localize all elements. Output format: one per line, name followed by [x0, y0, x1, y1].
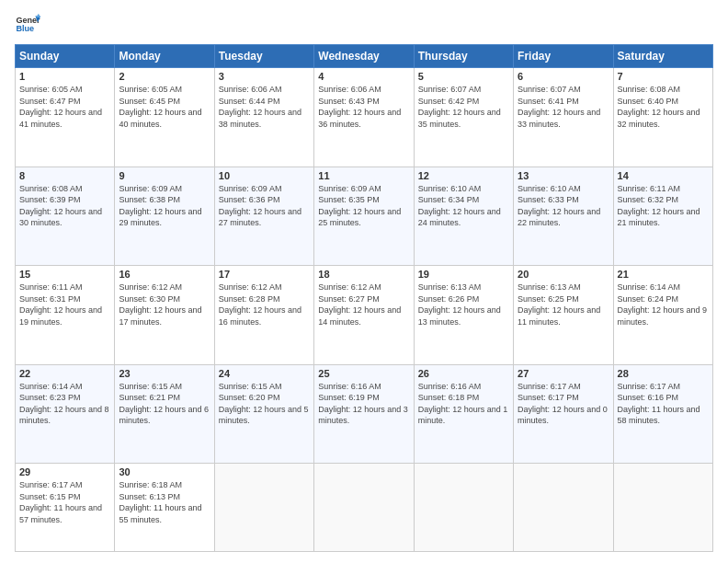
table-cell: 11Sunrise: 6:09 AMSunset: 6:35 PMDayligh…: [314, 167, 414, 266]
table-cell: 16Sunrise: 6:12 AMSunset: 6:30 PMDayligh…: [115, 266, 214, 365]
day-number: 6: [518, 71, 609, 82]
col-saturday: Saturday: [613, 45, 712, 68]
day-info: Sunrise: 6:15 AMSunset: 6:21 PMDaylight:…: [119, 381, 210, 427]
day-info: Sunrise: 6:06 AMSunset: 6:43 PMDaylight:…: [318, 84, 409, 130]
day-info: Sunrise: 6:14 AMSunset: 6:24 PMDaylight:…: [618, 282, 709, 327]
day-info: Sunrise: 6:07 AMSunset: 6:42 PMDaylight:…: [418, 84, 509, 130]
table-cell: 22Sunrise: 6:14 AMSunset: 6:23 PMDayligh…: [16, 364, 115, 464]
page: General Blue Sunday Monday Tuesday Wedne…: [0, 0, 728, 563]
day-number: 2: [119, 71, 210, 82]
day-number: 30: [119, 466, 210, 477]
day-number: 28: [618, 368, 709, 379]
day-number: 3: [219, 71, 310, 82]
table-cell: 9Sunrise: 6:09 AMSunset: 6:38 PMDaylight…: [115, 167, 214, 266]
day-info: Sunrise: 6:16 AMSunset: 6:19 PMDaylight:…: [318, 381, 409, 427]
day-info: Sunrise: 6:09 AMSunset: 6:38 PMDaylight:…: [119, 183, 210, 229]
day-number: 20: [518, 269, 609, 280]
day-info: Sunrise: 6:10 AMSunset: 6:34 PMDaylight:…: [418, 183, 509, 229]
table-cell: 4Sunrise: 6:06 AMSunset: 6:43 PMDaylight…: [314, 68, 414, 167]
day-info: Sunrise: 6:07 AMSunset: 6:41 PMDaylight:…: [518, 84, 609, 130]
day-number: 24: [219, 368, 310, 379]
day-info: Sunrise: 6:08 AMSunset: 6:40 PMDaylight:…: [618, 84, 709, 130]
table-cell: [314, 464, 414, 552]
calendar-header-row: Sunday Monday Tuesday Wednesday Thursday…: [16, 45, 713, 68]
table-cell: 27Sunrise: 6:17 AMSunset: 6:17 PMDayligh…: [514, 364, 613, 464]
table-cell: [613, 464, 712, 552]
table-cell: 8Sunrise: 6:08 AMSunset: 6:39 PMDaylight…: [16, 167, 115, 266]
day-info: Sunrise: 6:12 AMSunset: 6:27 PMDaylight:…: [318, 282, 409, 327]
table-cell: 30Sunrise: 6:18 AMSunset: 6:13 PMDayligh…: [115, 464, 214, 552]
day-number: 4: [318, 71, 409, 82]
col-wednesday: Wednesday: [314, 45, 414, 68]
day-number: 11: [318, 170, 409, 181]
calendar-table: Sunday Monday Tuesday Wednesday Thursday…: [15, 44, 713, 552]
day-number: 29: [19, 466, 110, 477]
day-number: 14: [618, 170, 709, 181]
table-cell: 13Sunrise: 6:10 AMSunset: 6:33 PMDayligh…: [514, 167, 613, 266]
logo-icon: General Blue: [15, 11, 40, 37]
day-info: Sunrise: 6:18 AMSunset: 6:13 PMDaylight:…: [119, 479, 210, 525]
day-info: Sunrise: 6:10 AMSunset: 6:33 PMDaylight:…: [518, 183, 609, 229]
day-number: 16: [119, 269, 210, 280]
day-number: 25: [318, 368, 409, 379]
day-info: Sunrise: 6:09 AMSunset: 6:35 PMDaylight:…: [318, 183, 409, 229]
day-info: Sunrise: 6:17 AMSunset: 6:17 PMDaylight:…: [518, 381, 609, 427]
day-number: 8: [19, 170, 110, 181]
table-cell: 23Sunrise: 6:15 AMSunset: 6:21 PMDayligh…: [115, 364, 214, 464]
table-cell: 25Sunrise: 6:16 AMSunset: 6:19 PMDayligh…: [314, 364, 414, 464]
day-number: 19: [418, 269, 509, 280]
table-cell: [414, 464, 513, 552]
day-number: 1: [19, 71, 110, 82]
day-info: Sunrise: 6:12 AMSunset: 6:28 PMDaylight:…: [219, 282, 310, 327]
day-number: 22: [19, 368, 110, 379]
table-cell: 7Sunrise: 6:08 AMSunset: 6:40 PMDaylight…: [613, 68, 712, 167]
day-info: Sunrise: 6:16 AMSunset: 6:18 PMDaylight:…: [418, 381, 509, 427]
table-cell: 10Sunrise: 6:09 AMSunset: 6:36 PMDayligh…: [214, 167, 313, 266]
day-number: 23: [119, 368, 210, 379]
table-cell: 28Sunrise: 6:17 AMSunset: 6:16 PMDayligh…: [613, 364, 712, 464]
day-info: Sunrise: 6:15 AMSunset: 6:20 PMDaylight:…: [219, 381, 310, 427]
day-info: Sunrise: 6:11 AMSunset: 6:31 PMDaylight:…: [19, 282, 110, 327]
day-number: 21: [618, 269, 709, 280]
day-number: 12: [418, 170, 509, 181]
header: General Blue: [15, 11, 713, 37]
day-number: 5: [418, 71, 509, 82]
day-info: Sunrise: 6:06 AMSunset: 6:44 PMDaylight:…: [219, 84, 310, 130]
logo: General Blue: [15, 11, 44, 37]
table-cell: [514, 464, 613, 552]
table-cell: 17Sunrise: 6:12 AMSunset: 6:28 PMDayligh…: [214, 266, 313, 365]
table-cell: 29Sunrise: 6:17 AMSunset: 6:15 PMDayligh…: [16, 464, 115, 552]
day-info: Sunrise: 6:13 AMSunset: 6:25 PMDaylight:…: [518, 282, 609, 327]
day-number: 27: [518, 368, 609, 379]
col-monday: Monday: [115, 45, 214, 68]
col-tuesday: Tuesday: [214, 45, 313, 68]
table-cell: 12Sunrise: 6:10 AMSunset: 6:34 PMDayligh…: [414, 167, 513, 266]
day-info: Sunrise: 6:11 AMSunset: 6:32 PMDaylight:…: [618, 183, 709, 229]
day-info: Sunrise: 6:08 AMSunset: 6:39 PMDaylight:…: [19, 183, 110, 229]
day-info: Sunrise: 6:17 AMSunset: 6:16 PMDaylight:…: [618, 381, 709, 427]
table-cell: 5Sunrise: 6:07 AMSunset: 6:42 PMDaylight…: [414, 68, 513, 167]
col-thursday: Thursday: [414, 45, 513, 68]
day-number: 26: [418, 368, 509, 379]
table-cell: [214, 464, 313, 552]
day-number: 17: [219, 269, 310, 280]
col-sunday: Sunday: [16, 45, 115, 68]
day-number: 7: [618, 71, 709, 82]
table-cell: 21Sunrise: 6:14 AMSunset: 6:24 PMDayligh…: [613, 266, 712, 365]
day-number: 9: [119, 170, 210, 181]
table-cell: 26Sunrise: 6:16 AMSunset: 6:18 PMDayligh…: [414, 364, 513, 464]
day-number: 18: [318, 269, 409, 280]
day-info: Sunrise: 6:09 AMSunset: 6:36 PMDaylight:…: [219, 183, 310, 229]
day-info: Sunrise: 6:05 AMSunset: 6:47 PMDaylight:…: [19, 84, 110, 130]
table-cell: 3Sunrise: 6:06 AMSunset: 6:44 PMDaylight…: [214, 68, 313, 167]
table-cell: 6Sunrise: 6:07 AMSunset: 6:41 PMDaylight…: [514, 68, 613, 167]
day-number: 10: [219, 170, 310, 181]
day-number: 15: [19, 269, 110, 280]
table-cell: 1Sunrise: 6:05 AMSunset: 6:47 PMDaylight…: [16, 68, 115, 167]
day-info: Sunrise: 6:14 AMSunset: 6:23 PMDaylight:…: [19, 381, 110, 427]
table-cell: 20Sunrise: 6:13 AMSunset: 6:25 PMDayligh…: [514, 266, 613, 365]
table-cell: 14Sunrise: 6:11 AMSunset: 6:32 PMDayligh…: [613, 167, 712, 266]
table-cell: 2Sunrise: 6:05 AMSunset: 6:45 PMDaylight…: [115, 68, 214, 167]
table-cell: 19Sunrise: 6:13 AMSunset: 6:26 PMDayligh…: [414, 266, 513, 365]
day-info: Sunrise: 6:13 AMSunset: 6:26 PMDaylight:…: [418, 282, 509, 327]
